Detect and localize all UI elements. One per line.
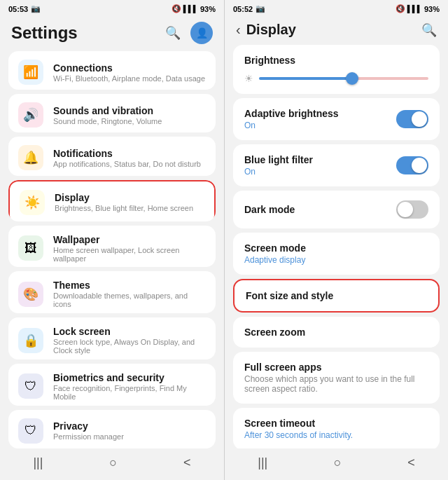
adaptive-brightness-knob xyxy=(412,111,427,127)
wallpaper-card: 🖼 Wallpaper Home screen wallpaper, Lock … xyxy=(8,226,216,268)
time-left: 05:53 xyxy=(8,5,28,13)
adaptive-brightness-row[interactable]: Adaptive brightness On xyxy=(233,98,440,140)
themes-text: Themes Downloadable themes, wallpapers, … xyxy=(53,280,206,308)
privacy-item[interactable]: 🛡 Privacy Permission manager xyxy=(8,410,216,448)
sounds-text: Sounds and vibration Sound mode, Rington… xyxy=(53,105,206,125)
full-screen-title: Full screen apps xyxy=(244,362,428,373)
privacy-title: Privacy xyxy=(53,420,206,432)
themes-icon: 🎨 xyxy=(18,282,43,307)
screen-mode-subtitle: Adaptive display xyxy=(244,255,428,265)
nav-recent-right[interactable]: ||| xyxy=(258,455,267,470)
themes-subtitle: Downloadable themes, wallpapers, and ico… xyxy=(53,292,206,308)
sounds-subtitle: Sound mode, Ringtone, Volume xyxy=(53,117,206,125)
settings-list: 📶 Connections Wi-Fi, Bluetooth, Airplane… xyxy=(0,51,224,448)
display-text: Display Brightness, Blue light filter, H… xyxy=(55,192,204,212)
sounds-item[interactable]: 🔊 Sounds and vibration Sound mode, Ringt… xyxy=(8,94,216,132)
adaptive-brightness-title: Adaptive brightness xyxy=(244,108,339,119)
dark-mode-title: Dark mode xyxy=(244,204,295,215)
notifications-icon: 🔔 xyxy=(18,145,43,170)
sounds-title: Sounds and vibration xyxy=(53,105,206,116)
nav-back-right[interactable]: < xyxy=(407,455,415,470)
lockscreen-title: Lock screen xyxy=(53,326,206,337)
notifications-card: 🔔 Notifications App notifications, Statu… xyxy=(8,137,216,175)
connections-item[interactable]: 📶 Connections Wi-Fi, Bluetooth, Airplane… xyxy=(8,51,216,90)
full-screen-apps-row[interactable]: Full screen apps Choose which apps you w… xyxy=(233,352,440,404)
screen-mode-title: Screen mode xyxy=(244,242,428,254)
wallpaper-item[interactable]: 🖼 Wallpaper Home screen wallpaper, Lock … xyxy=(8,226,216,268)
display-subtitle: Brightness, Blue light filter, Home scre… xyxy=(55,204,204,212)
status-bar-right: 05:52 📷 🔇 ▌▌▌ 93% xyxy=(225,0,448,16)
blue-light-filter-row[interactable]: Blue light filter On xyxy=(233,144,440,186)
brightness-slider-thumb[interactable] xyxy=(346,72,358,85)
display-content: Brightness ☀ Adaptive brightness On Blue… xyxy=(225,45,448,448)
themes-title: Themes xyxy=(53,280,206,291)
display-card: ☀️ Display Brightness, Blue light filter… xyxy=(8,180,216,221)
display-title: Display xyxy=(55,192,204,203)
privacy-text: Privacy Permission manager xyxy=(53,420,206,441)
screen-mode-row[interactable]: Screen mode Adaptive display xyxy=(233,233,440,275)
camera-icon-right: 📷 xyxy=(255,4,265,13)
status-time-right: 05:52 📷 xyxy=(233,4,265,13)
signal-icon-right: ▌▌▌ xyxy=(407,5,422,13)
brightness-card: Brightness ☀ xyxy=(233,45,440,94)
blue-light-toggle[interactable] xyxy=(396,156,428,174)
lockscreen-text: Lock screen Screen lock type, Always On … xyxy=(53,326,206,355)
font-size-style-row[interactable]: Font size and style xyxy=(233,279,440,313)
adaptive-brightness-toggle[interactable] xyxy=(396,110,428,128)
lockscreen-subtitle: Screen lock type, Always On Display, and… xyxy=(53,338,206,355)
nav-home-left[interactable]: ○ xyxy=(109,455,117,470)
biometrics-subtitle: Face recognition, Fingerprints, Find My … xyxy=(53,384,206,401)
notifications-item[interactable]: 🔔 Notifications App notifications, Statu… xyxy=(8,137,216,175)
notifications-text: Notifications App notifications, Status … xyxy=(53,148,206,168)
nav-back-left[interactable]: < xyxy=(183,455,191,470)
search-button[interactable]: 🔍 xyxy=(165,25,181,41)
nav-recent-left[interactable]: ||| xyxy=(33,455,43,470)
blue-light-text: Blue light filter On xyxy=(244,154,313,177)
dark-mode-row[interactable]: Dark mode xyxy=(233,191,440,228)
themes-item[interactable]: 🎨 Themes Downloadable themes, wallpapers… xyxy=(8,271,216,313)
wallpaper-subtitle: Home screen wallpaper, Lock screen wallp… xyxy=(53,246,206,263)
biometrics-title: Biometrics and security xyxy=(53,372,206,383)
brightness-slider-track[interactable] xyxy=(259,77,428,80)
connections-card: 📶 Connections Wi-Fi, Bluetooth, Airplane… xyxy=(8,51,216,90)
sun-dim-icon: ☀ xyxy=(244,73,253,84)
screen-timeout-row[interactable]: Screen timeout After 30 seconds of inact… xyxy=(233,408,440,448)
lockscreen-icon: 🔒 xyxy=(18,328,43,353)
signal-icon: ▌▌▌ xyxy=(183,5,198,13)
blue-light-subtitle: On xyxy=(244,167,313,177)
camera-icon: 📷 xyxy=(31,4,41,13)
mute-icon: 🔇 xyxy=(172,4,181,13)
screen-zoom-row[interactable]: Screen zoom xyxy=(233,317,440,348)
screen-zoom-title: Screen zoom xyxy=(244,327,428,338)
blue-light-knob xyxy=(412,158,427,173)
search-button-right[interactable]: 🔍 xyxy=(421,22,437,38)
notifications-title: Notifications xyxy=(53,148,206,159)
biometrics-text: Biometrics and security Face recognition… xyxy=(53,372,206,401)
bottom-nav-left: ||| ○ < xyxy=(0,448,224,480)
status-time-left: 05:53 📷 xyxy=(8,4,41,13)
connections-icon: 📶 xyxy=(18,60,43,85)
profile-avatar[interactable]: 👤 xyxy=(190,22,213,44)
time-right: 05:52 xyxy=(233,5,253,13)
biometrics-item[interactable]: 🛡 Biometrics and security Face recogniti… xyxy=(8,364,216,406)
adaptive-brightness-text: Adaptive brightness On xyxy=(244,108,339,130)
biometrics-icon: 🛡 xyxy=(18,373,43,399)
font-size-title: Font size and style xyxy=(246,290,427,301)
nav-home-right[interactable]: ○ xyxy=(334,455,342,470)
connections-subtitle: Wi-Fi, Bluetooth, Airplane mode, Data us… xyxy=(53,74,206,83)
themes-card: 🎨 Themes Downloadable themes, wallpapers… xyxy=(8,271,216,313)
display-item[interactable]: ☀️ Display Brightness, Blue light filter… xyxy=(8,180,216,221)
back-button[interactable]: ‹ xyxy=(236,22,241,38)
battery-right: 93% xyxy=(424,5,440,13)
screen-timeout-title: Screen timeout xyxy=(244,418,428,429)
dark-mode-knob xyxy=(398,202,413,217)
brightness-slider-row: ☀ xyxy=(244,73,428,84)
display-page-title: Display xyxy=(246,22,421,38)
blue-light-title: Blue light filter xyxy=(244,154,313,165)
dark-mode-toggle[interactable] xyxy=(396,200,428,219)
battery-left: 93% xyxy=(200,5,216,13)
display-page-header: ‹ Display 🔍 xyxy=(225,16,448,45)
display-icon: ☀️ xyxy=(20,190,45,215)
settings-title: Settings xyxy=(11,23,78,43)
lockscreen-item[interactable]: 🔒 Lock screen Screen lock type, Always O… xyxy=(8,317,216,359)
